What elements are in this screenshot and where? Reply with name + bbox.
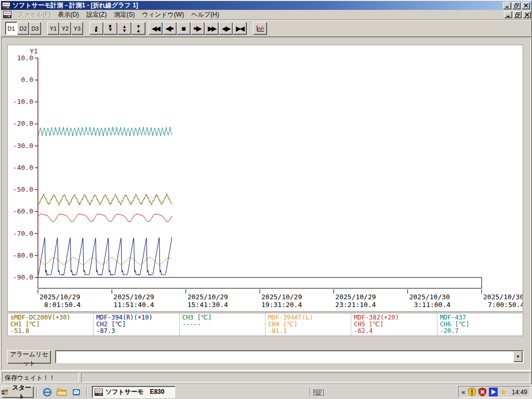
collapse-chevron-icon[interactable]: « <box>461 388 465 396</box>
system-tray: « ★ 14:49 <box>458 386 530 398</box>
svg-text:-90.0: -90.0 <box>13 273 33 281</box>
security-warning-shield-icon[interactable] <box>468 388 476 396</box>
mdi-child-icon <box>3 11 11 18</box>
legend-channel-5: MDF-382(+20) CH5 [℃] -62.4 <box>351 313 436 336</box>
menu-help[interactable]: ヘルプ(H) <box>188 9 223 20</box>
compress-horizontal-icon[interactable]: ▶◀ <box>233 22 247 35</box>
taskbar-divider <box>36 387 37 397</box>
svg-text:2025/10/29: 2025/10/29 <box>335 293 376 301</box>
window-title: ソフトサーモ計測－計測1 - [折れ線グラフ 1] <box>12 1 502 10</box>
chevron-down-icon[interactable]: ▼ <box>513 351 523 362</box>
menu-file: ファイル(F) <box>14 9 54 20</box>
rewind-icon[interactable]: ◀◀ <box>149 22 163 35</box>
restore-button[interactable] <box>512 2 521 9</box>
svg-text:15:41:30.4: 15:41:30.4 <box>188 301 228 309</box>
menubar: ファイル(F) 表示(D) 設定(Z) 測定(S) ウィンドウ(W) ヘルプ(H… <box>1 10 531 20</box>
channel-value: -81.1 <box>268 328 351 335</box>
toolbar-y1-button[interactable]: Y1 <box>47 22 59 35</box>
channel-value: -62.4 <box>354 328 436 335</box>
start-button[interactable]: スタート <box>2 386 34 398</box>
close-button[interactable] <box>522 2 530 9</box>
svg-text:2025/10/29: 2025/10/29 <box>39 293 80 301</box>
svg-text:3:11:00.4: 3:11:00.4 <box>414 301 451 309</box>
toolbar: D1 D2 D3 Y1 Y2 Y3 ▲ ▼ ▲▼ ▼▲ ◀◀ ◀ ■ ▶ ▶▶ … <box>1 20 531 37</box>
legend-channel-1: sMDF-DC200V(+30) CH1 [℃] -51.8 <box>8 313 93 336</box>
keyboard-icon[interactable] <box>313 389 324 396</box>
start-label: スタート <box>9 383 34 399</box>
svg-text:2025/10/29: 2025/10/29 <box>261 293 302 301</box>
svg-text:2025/10/29: 2025/10/29 <box>113 293 154 301</box>
svg-text:7:00:50.4: 7:00:50.4 <box>488 301 523 309</box>
alarm-reset-button[interactable]: アラームリセット <box>7 350 51 364</box>
legend-channel-3: CH3 [℃] ----- <box>179 313 265 336</box>
toolbar-y3-button[interactable]: Y3 <box>71 22 83 35</box>
channel-value: -87.3 <box>96 328 179 335</box>
mdi-minimize-button[interactable] <box>504 11 512 18</box>
toolbar-d3-button[interactable]: D3 <box>29 22 41 35</box>
menu-view[interactable]: 表示(D) <box>54 9 83 20</box>
windows-logo-icon <box>2 389 8 395</box>
clock: 14:49 <box>512 389 527 396</box>
taskbar: スタート ソフトサーモ E830 « ★ 14:49 <box>0 384 532 399</box>
svg-text:11:51:40.4: 11:51:40.4 <box>113 301 154 309</box>
legend-channel-2: MDF-394(R)(+10) CH2 [℃] -87.3 <box>93 313 179 336</box>
fast-forward-icon[interactable]: ▶▶ <box>205 22 219 35</box>
mdi-restore-button[interactable] <box>513 11 522 18</box>
mdi-close-button[interactable] <box>523 11 531 18</box>
shift-down-icon[interactable]: ▼ <box>103 22 117 35</box>
channel-value: ----- <box>182 321 265 328</box>
titlebar: ソフトサーモ計測－計測1 - [折れ線グラフ 1] <box>1 1 531 10</box>
menu-window[interactable]: ウィンドウ(W) <box>138 9 188 20</box>
svg-text:-40.0: -40.0 <box>13 164 33 171</box>
shift-up-icon[interactable]: ▲ <box>89 22 103 35</box>
svg-text:2025/10/30: 2025/10/30 <box>409 293 450 301</box>
compress-vertical-icon[interactable]: ▼▲ <box>131 22 145 35</box>
client-area: Y110.00.0-10.0-20.0-30.0-40.0-50.0-60.0-… <box>1 37 531 370</box>
alarm-controls: アラームリセット ▼ <box>7 349 524 365</box>
menu-settings[interactable]: 設定(Z) <box>83 9 110 20</box>
app-window: ソフトサーモ計測－計測1 - [折れ線グラフ 1] ファイル(F) 表示(D) … <box>0 0 532 384</box>
alarm-combobox[interactable]: ▼ <box>55 350 524 363</box>
svg-text:-10.0: -10.0 <box>13 98 33 105</box>
statusbar: 保存ウェイト！！ <box>1 370 531 383</box>
status-message: 保存ウェイト！！ <box>2 373 79 382</box>
step-right-icon[interactable]: ▶ <box>191 22 205 35</box>
chart-panel: Y110.00.0-10.0-20.0-30.0-40.0-50.0-60.0-… <box>7 45 523 312</box>
svg-text:8:01:50.4: 8:01:50.4 <box>44 301 81 309</box>
task-label: ソフトサーモ E830 <box>105 388 164 396</box>
legend-channel-4: MDF-394AT(L) CH4 [℃] -81.1 <box>265 313 351 336</box>
menu-measure[interactable]: 測定(S) <box>110 9 138 20</box>
taskbar-divider <box>310 387 311 397</box>
svg-text:-20.0: -20.0 <box>13 119 33 127</box>
step-left-icon[interactable]: ◀ <box>163 22 177 35</box>
toolbar-d2-button[interactable]: D2 <box>17 22 29 35</box>
stop-icon[interactable]: ■ <box>177 22 191 35</box>
expand-vertical-icon[interactable]: ▲▼ <box>117 22 131 35</box>
media-play-icon[interactable] <box>489 388 498 396</box>
app-icon <box>95 389 103 396</box>
security-alert-shield-icon[interactable] <box>478 388 486 396</box>
toolbar-y2-button[interactable]: Y2 <box>59 22 71 35</box>
graph-setup-icon[interactable] <box>253 22 267 35</box>
outlook-express-icon[interactable] <box>71 387 82 398</box>
svg-text:2025/10/30: 2025/10/30 <box>483 293 523 301</box>
svg-text:-30.0: -30.0 <box>13 142 33 150</box>
alarm-combobox-value[interactable] <box>56 351 513 362</box>
update-star-icon[interactable]: ★ <box>500 388 507 396</box>
svg-text:-80.0: -80.0 <box>13 251 33 259</box>
channel-value: -51.8 <box>10 328 93 335</box>
svg-text:-70.0: -70.0 <box>13 230 33 237</box>
task-button-softthermo[interactable]: ソフトサーモ E830 <box>92 386 175 398</box>
expand-horizontal-icon[interactable]: ◀▶ <box>219 22 233 35</box>
svg-text:-50.0: -50.0 <box>13 185 33 193</box>
svg-text:19:31:20.4: 19:31:20.4 <box>261 301 302 309</box>
svg-text:-60.0: -60.0 <box>13 207 33 215</box>
minimize-button[interactable] <box>503 2 511 9</box>
folder-icon[interactable] <box>56 387 68 398</box>
svg-text:2025/10/29: 2025/10/29 <box>188 293 228 301</box>
svg-text:0.0: 0.0 <box>21 76 33 84</box>
internet-explorer-icon[interactable] <box>42 387 53 398</box>
toolbar-d1-button[interactable]: D1 <box>5 22 17 35</box>
legend-table: sMDF-DC200V(+30) CH1 [℃] -51.8 MDF-394(R… <box>7 313 523 336</box>
chart-plot: Y110.00.0-10.0-20.0-30.0-40.0-50.0-60.0-… <box>8 45 523 311</box>
